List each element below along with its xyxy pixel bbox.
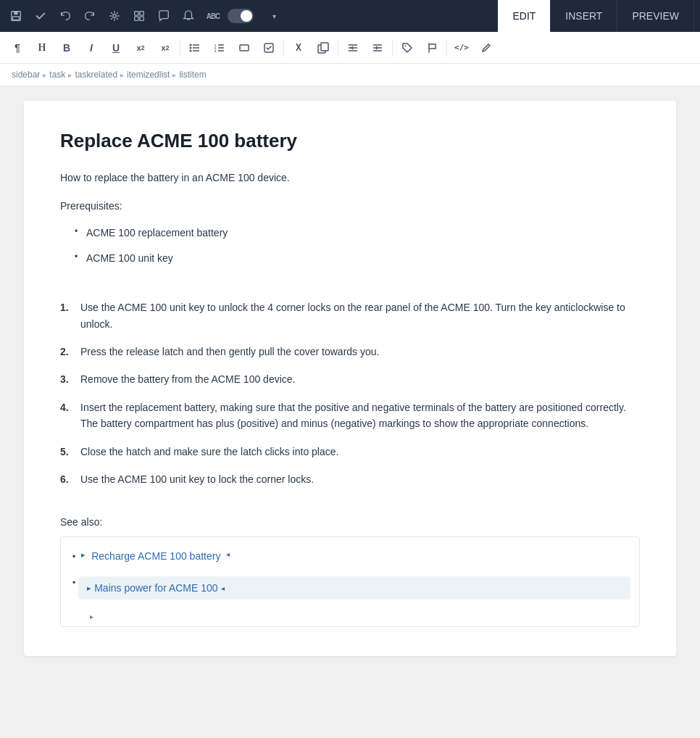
svg-rect-1	[14, 12, 17, 15]
breadcrumb-sep-2: ▸	[68, 71, 72, 79]
mains-link[interactable]: Mains power for ACME 100	[94, 582, 217, 594]
editor-card: Replace ACME 100 battery How to replace …	[24, 101, 676, 656]
breadcrumb-item-taskrelated[interactable]: taskrelated	[75, 70, 117, 80]
svg-point-13	[190, 49, 192, 51]
settings-icon[interactable]	[104, 6, 125, 26]
heading-button[interactable]: H	[30, 36, 54, 59]
italic-button[interactable]: I	[80, 36, 103, 59]
toggle-container	[228, 9, 254, 23]
svg-rect-20	[240, 45, 249, 51]
list-item: 6. Use the ACME 100 unit key to lock the…	[60, 465, 640, 493]
subscript-button[interactable]: x2	[154, 36, 177, 59]
toolbar-separator-2	[283, 39, 284, 57]
list-item: ACME 100 replacement battery	[75, 220, 640, 245]
format-toolbar: ¶ H B I U x2 x2 1.2.3. </>	[0, 32, 700, 64]
tab-insert[interactable]: INSERT	[551, 0, 617, 32]
indent-button[interactable]	[366, 36, 389, 59]
check-icon[interactable]	[30, 6, 51, 26]
breadcrumb-sep-3: ▸	[120, 71, 124, 79]
steps-list: 1. Use the ACME 100 unit key to unlock t…	[60, 294, 640, 493]
svg-point-12	[190, 46, 192, 49]
see-also-item-recharge: • ▸ Recharge ACME 100 battery ◂	[72, 543, 628, 569]
svg-rect-7	[140, 17, 143, 20]
code-button[interactable]: </>	[450, 36, 473, 59]
list-item: ACME 100 unit key	[75, 246, 640, 270]
svg-point-3	[113, 14, 117, 18]
chat-icon[interactable]	[154, 6, 174, 26]
list-item: 3. Remove the battery from the ACME 100 …	[60, 365, 640, 393]
list-item: 5. Close the hatch and make sure the lat…	[60, 438, 640, 465]
tag-button[interactable]	[396, 36, 419, 59]
doc-intro: How to replace the battery in an ACME 10…	[60, 170, 640, 186]
see-also-label: See also:	[60, 516, 640, 528]
document-title: Replace ACME 100 battery	[60, 130, 640, 152]
svg-point-11	[190, 43, 192, 46]
edit-pen-button[interactable]	[475, 36, 498, 59]
toolbar-separator-4	[392, 39, 393, 57]
superscript-button[interactable]: x2	[129, 36, 152, 59]
undo-icon[interactable]	[55, 6, 75, 26]
link-arrow-right-recharge: ◂	[226, 550, 230, 558]
toolbar-separator-1	[180, 39, 180, 57]
save-icon[interactable]	[6, 6, 26, 26]
svg-rect-5	[140, 12, 143, 15]
breadcrumb-sep-1: ▸	[43, 71, 46, 79]
block-button[interactable]	[233, 36, 256, 59]
mains-link-container: ▸ Mains power for ACME 100 ◂	[78, 576, 630, 600]
svg-rect-2	[13, 17, 20, 20]
toolbar-separator-5	[446, 39, 447, 57]
content-area: Replace ACME 100 battery How to replace …	[0, 86, 700, 738]
svg-text:3.: 3.	[214, 49, 217, 52]
nav-icon-group: ABC ▾	[6, 6, 498, 26]
prerequisites-list: ACME 100 replacement battery ACME 100 un…	[75, 220, 640, 270]
copy-button[interactable]	[312, 36, 335, 59]
breadcrumb-item-listitem[interactable]: listitem	[179, 70, 206, 80]
breadcrumb-item-sidebar[interactable]: sidebar	[12, 70, 40, 80]
prerequisites-label: Prerequisites:	[60, 200, 640, 212]
tab-preview[interactable]: PREVIEW	[617, 0, 694, 32]
svg-rect-4	[135, 12, 138, 15]
view-icon[interactable]	[129, 6, 149, 26]
bullet-icon: •	[72, 578, 75, 588]
breadcrumb-item-itemizedlist[interactable]: itemizedlist	[127, 70, 170, 80]
tab-edit[interactable]: EDIT	[498, 0, 551, 32]
breadcrumb-item-task[interactable]: task	[49, 70, 65, 80]
link-arrow-right-mains: ◂	[221, 584, 225, 592]
paragraph-button[interactable]: ¶	[6, 36, 29, 59]
unordered-list-button[interactable]	[183, 36, 207, 59]
see-also-item-mains: • ▸ Mains power for ACME 100 ◂	[72, 569, 628, 607]
outdent-button[interactable]	[341, 36, 364, 59]
cut-button[interactable]	[287, 36, 310, 59]
dropdown-arrow-icon[interactable]: ▾	[264, 6, 284, 26]
ordered-list-button[interactable]: 1.2.3.	[208, 36, 231, 59]
main-tabs: EDIT INSERT PREVIEW	[498, 0, 694, 32]
breadcrumb: sidebar ▸ task ▸ taskrelated ▸ itemizedl…	[0, 64, 700, 86]
recharge-link[interactable]: Recharge ACME 100 battery	[91, 550, 220, 562]
spellcheck-icon[interactable]: ABC	[203, 6, 223, 26]
bullet-icon: •	[72, 552, 75, 562]
link-arrow-left-mains: ▸	[87, 584, 91, 593]
expand-icon[interactable]: ▸	[90, 613, 93, 621]
svg-rect-25	[321, 43, 328, 51]
svg-rect-6	[135, 17, 138, 20]
svg-point-32	[405, 45, 407, 46]
flag-button[interactable]	[420, 36, 443, 59]
list-item: 4. Insert the replacement battery, makin…	[60, 394, 640, 438]
toggle-switch[interactable]	[228, 9, 254, 23]
bold-button[interactable]: B	[55, 36, 78, 59]
toggle-knob	[241, 10, 252, 22]
redo-icon[interactable]	[80, 6, 100, 26]
underline-button[interactable]: U	[104, 36, 128, 59]
bell-icon[interactable]	[178, 6, 199, 26]
list-item: 2. Press the release latch and then gent…	[60, 338, 640, 365]
see-also-box: • ▸ Recharge ACME 100 battery ◂ • ▸ Main…	[60, 536, 640, 627]
checklist-button[interactable]	[257, 36, 280, 59]
top-navigation: ABC ▾ EDIT INSERT PREVIEW	[0, 0, 700, 32]
breadcrumb-sep-4: ▸	[172, 71, 176, 79]
list-item: 1. Use the ACME 100 unit key to unlock t…	[60, 294, 640, 338]
link-arrow-left-recharge: ▸	[81, 550, 86, 560]
toolbar-separator-3	[338, 39, 338, 57]
